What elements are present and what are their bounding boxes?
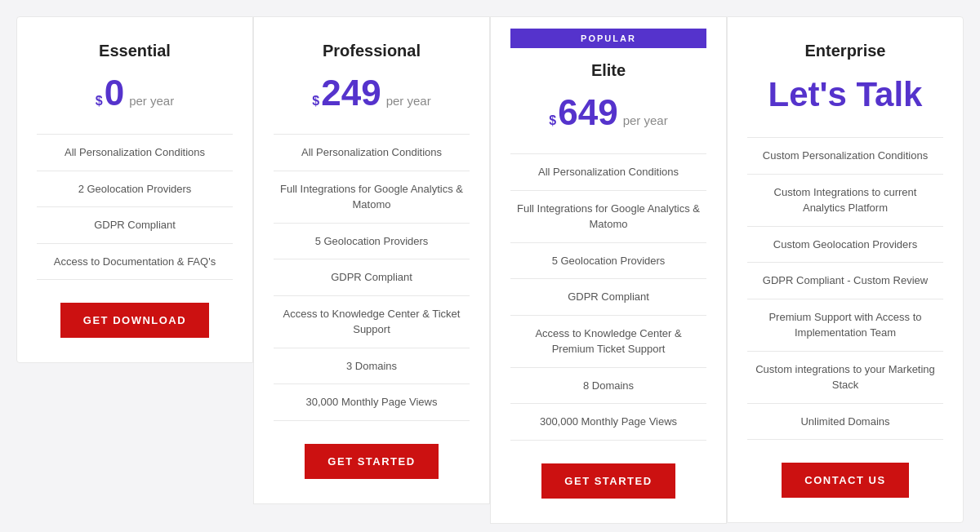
price-period: per year xyxy=(386,94,431,108)
feature-item: 300,000 Monthly Page Views xyxy=(510,404,706,441)
price-amount: 649 xyxy=(558,95,617,131)
pricing-card-enterprise: EnterpriseLet's TalkCustom Personalizati… xyxy=(727,16,964,523)
cta-button-elite[interactable]: GET STARTED xyxy=(541,463,675,499)
feature-item: 5 Geolocation Providers xyxy=(510,243,706,280)
feature-item: 30,000 Monthly Page Views xyxy=(274,384,470,421)
price-amount: 249 xyxy=(321,75,381,111)
feature-item: GDPR Compliant xyxy=(37,207,233,244)
feature-item: Premium Support with Access to Implement… xyxy=(747,299,943,352)
features-list: All Personalization ConditionsFull Integ… xyxy=(274,134,470,421)
price-period: per year xyxy=(129,94,174,108)
plan-name: Enterprise xyxy=(805,42,886,60)
feature-item: Access to Knowledge Center & Ticket Supp… xyxy=(274,296,470,348)
cta-button-professional[interactable]: GET STARTED xyxy=(305,444,438,479)
feature-item: Access to Knowledge Center & Premium Tic… xyxy=(510,316,706,368)
price-row: $ 249 per year xyxy=(312,75,430,111)
pricing-card-essential: Essential $ 0 per year All Personalizati… xyxy=(16,16,253,363)
feature-item: All Personalization Conditions xyxy=(510,153,706,191)
plan-name: Essential xyxy=(99,42,171,60)
price-currency: $ xyxy=(96,94,103,109)
feature-item: GDPR Compliant xyxy=(274,259,470,296)
feature-item: All Personalization Conditions xyxy=(274,134,470,171)
feature-item: GDPR Compliant xyxy=(510,279,706,316)
feature-item: 2 Geolocation Providers xyxy=(37,171,233,208)
feature-item: Custom integrations to your Marketing St… xyxy=(747,352,943,404)
price-row: $ 0 per year xyxy=(96,75,174,111)
feature-item: Full Integrations for Google Analytics &… xyxy=(274,171,470,224)
price-row: $ 649 per year xyxy=(549,95,667,131)
lets-talk: Let's Talk xyxy=(768,75,923,114)
feature-item: Custom Integrations to current Analytics… xyxy=(747,175,943,227)
price-period: per year xyxy=(623,113,668,127)
features-list: All Personalization ConditionsFull Integ… xyxy=(510,153,706,441)
feature-item: Access to Documentation & FAQ's xyxy=(37,244,233,281)
feature-item: Unlimited Domains xyxy=(747,404,943,441)
feature-item: Custom Geolocation Providers xyxy=(747,227,943,264)
pricing-wrapper: Essential $ 0 per year All Personalizati… xyxy=(16,16,964,524)
cta-button-enterprise[interactable]: CONTACT US xyxy=(782,463,908,498)
feature-item: Full Integrations for Google Analytics &… xyxy=(510,191,706,243)
features-list: Custom Personalization ConditionsCustom … xyxy=(747,137,943,440)
price-currency: $ xyxy=(312,94,319,109)
features-list: All Personalization Conditions2 Geolocat… xyxy=(37,134,233,280)
feature-item: 8 Domains xyxy=(510,368,706,405)
pricing-card-professional: Professional $ 249 per year All Personal… xyxy=(253,16,490,504)
feature-item: 3 Domains xyxy=(274,348,470,385)
feature-item: 5 Geolocation Providers xyxy=(274,224,470,260)
price-currency: $ xyxy=(549,113,556,128)
plan-name: Elite xyxy=(591,61,626,80)
feature-item: Custom Personalization Conditions xyxy=(747,137,943,175)
plan-name: Professional xyxy=(323,42,421,60)
pricing-card-elite: POPULARElite $ 649 per year All Personal… xyxy=(490,16,727,524)
popular-badge: POPULAR xyxy=(510,29,706,48)
feature-item: GDPR Compliant - Custom Review xyxy=(747,263,943,299)
feature-item: All Personalization Conditions xyxy=(37,134,233,171)
cta-button-essential[interactable]: GET DOWNLOAD xyxy=(60,303,209,338)
price-amount: 0 xyxy=(105,75,124,111)
